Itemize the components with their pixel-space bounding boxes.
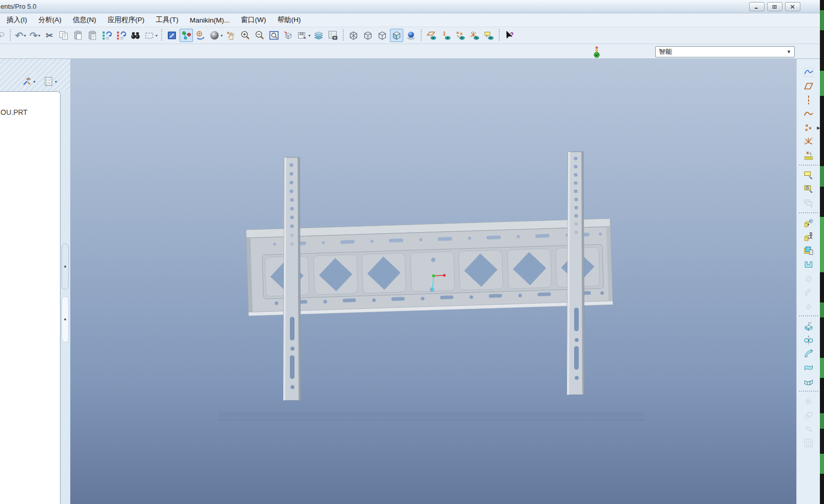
blend-icon[interactable] (801, 361, 816, 374)
pan-icon[interactable] (224, 29, 238, 42)
csys-display-icon[interactable] (468, 29, 481, 42)
title-bar: ents/Pro 5.0 (0, 0, 820, 13)
3d-viewport[interactable] (70, 59, 796, 504)
cut-icon[interactable]: ✂ (43, 29, 56, 42)
saved-views-icon[interactable]: AB▾ (296, 29, 311, 42)
dropdown-caret-icon[interactable]: ▾ (24, 33, 26, 38)
axis-display-icon[interactable] (439, 29, 453, 42)
toolbar-separator (421, 29, 422, 42)
display-settings-icon[interactable]: ▾ (43, 75, 57, 88)
model-display-icon[interactable] (180, 29, 193, 42)
zoom-out-icon[interactable] (253, 29, 266, 42)
window-title: ents/Pro 5.0 (1, 3, 36, 10)
style-icon[interactable] (801, 66, 816, 78)
csys-x-axis-tip (443, 274, 445, 276)
redo-icon[interactable]: ↷▾ (28, 29, 42, 42)
dropdown-caret-icon[interactable]: ▾ (55, 79, 57, 84)
extrude-icon[interactable] (801, 320, 816, 332)
close-button[interactable] (785, 2, 800, 11)
splitter-handle-top[interactable] (62, 244, 69, 290)
refit-icon[interactable] (267, 29, 281, 42)
dimension-icon[interactable]: A (801, 183, 816, 195)
model-tree-root-item[interactable]: OU.PRT (1, 108, 28, 116)
wireframe-icon[interactable] (347, 29, 360, 42)
select-box-icon[interactable]: ▾ (143, 29, 158, 42)
link-icon[interactable] (0, 29, 7, 42)
boundary-blend-icon[interactable] (801, 375, 816, 388)
model-tree-panel[interactable]: OU.PRT (0, 91, 61, 504)
paste-special-icon[interactable] (86, 29, 99, 42)
datum-axis-icon[interactable] (801, 94, 816, 106)
context-help-icon[interactable]: ? (503, 29, 516, 42)
sweep-icon[interactable] (801, 348, 816, 360)
toolbar-separator (343, 29, 344, 42)
undo-icon[interactable]: ↶▾ (14, 29, 27, 42)
no-hidden-icon[interactable] (376, 29, 389, 42)
model-rail[interactable] (246, 218, 613, 316)
menu-item-I[interactable]: 插入(I) (1, 13, 33, 27)
dropdown-caret-icon[interactable]: ▾ (33, 79, 35, 84)
view-manager-icon[interactable] (326, 29, 340, 42)
layers-icon[interactable] (312, 29, 325, 42)
manikin-icon[interactable] (801, 231, 816, 243)
reorient-icon[interactable] (282, 29, 295, 42)
model-right-strap[interactable] (567, 152, 584, 395)
dropdown-caret-icon[interactable]: ▾ (38, 33, 40, 38)
zoom-in-icon[interactable] (239, 29, 252, 42)
splitter-handle-bottom[interactable] (62, 296, 69, 342)
datum-curve-icon[interactable] (801, 108, 816, 120)
dropdown-caret-icon[interactable]: ▾ (221, 33, 223, 38)
menu-item-H[interactable]: 帮助(H) (272, 13, 307, 27)
assemble-icon[interactable] (801, 217, 816, 229)
annotate-icon[interactable] (801, 169, 816, 182)
selection-filter-value: 智能 (659, 47, 672, 56)
sketch-icon[interactable] (801, 149, 816, 162)
reflection-streak (219, 418, 645, 421)
selection-filter-dropdown[interactable]: 智能 ▼ (655, 46, 795, 57)
plane-display-icon[interactable] (425, 29, 438, 42)
datum-point-icon[interactable]: ▶ (801, 122, 816, 134)
regenerate-manager-icon[interactable] (114, 29, 128, 42)
revolve-icon[interactable] (801, 334, 816, 346)
copy-icon[interactable] (57, 29, 70, 42)
merge-icon (801, 409, 816, 421)
trim-icon (801, 423, 816, 435)
paste-icon[interactable] (71, 29, 85, 42)
shaded-icon[interactable] (390, 29, 403, 42)
toolbar-separator (161, 29, 162, 42)
tools-icon[interactable]: ▾ (22, 75, 35, 88)
main-toolbar: ↶▾↷▾✂▾▾AB▾? (0, 27, 820, 44)
chamfer-gray-icon (801, 300, 816, 312)
dropdown-caret-icon[interactable]: ▾ (308, 33, 310, 38)
annotation-display-icon[interactable] (482, 29, 496, 42)
menu-bar: 插入(I)分析(A)信息(N)应用程序(P)工具(T)Manikin(M)...… (0, 13, 820, 27)
point-display-icon[interactable] (454, 29, 467, 42)
menu-item-A[interactable]: 分析(A) (33, 13, 67, 27)
menu-item-P[interactable]: 应用程序(P) (102, 13, 150, 27)
model-tree-header: ▾▾ (0, 59, 70, 92)
copy-geometry-icon[interactable] (801, 245, 816, 257)
shaded-view-icon[interactable]: ▾ (208, 29, 223, 42)
feature-toolbar: ▶zyA (796, 59, 820, 504)
datum-plane-icon[interactable] (801, 80, 816, 92)
datum-csys-icon[interactable]: zy (801, 135, 816, 148)
minimize-button[interactable] (749, 2, 764, 11)
shrinkwrap-icon[interactable] (801, 258, 816, 271)
realism-icon[interactable] (404, 29, 418, 42)
menu-item-T[interactable]: 工具(T) (150, 13, 184, 27)
menu-item-N[interactable]: 信息(N) (67, 13, 102, 27)
chevron-down-icon[interactable]: ▼ (787, 49, 791, 54)
redraw-icon[interactable] (165, 29, 179, 42)
spin-center-icon[interactable] (194, 29, 207, 42)
find-icon[interactable] (129, 29, 142, 42)
dropdown-caret-icon[interactable]: ▾ (155, 33, 158, 38)
sweep-gray-icon (801, 286, 816, 298)
menu-item-W[interactable]: 窗口(W) (236, 13, 272, 27)
menu-item-M[interactable]: Manikin(M)... (184, 14, 236, 26)
model-left-strap[interactable] (283, 157, 301, 400)
reflection-streak (219, 412, 645, 417)
regenerate-icon[interactable] (100, 29, 113, 42)
toolbar-separator (799, 212, 818, 213)
hidden-line-icon[interactable] (361, 29, 375, 42)
restore-button[interactable] (767, 2, 782, 11)
